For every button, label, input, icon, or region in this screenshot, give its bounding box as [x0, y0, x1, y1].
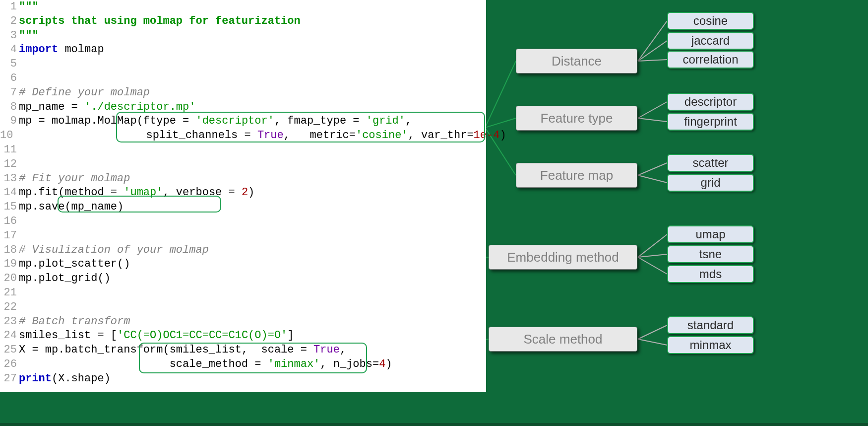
gutter: 25 [0, 343, 19, 357]
docstring: """ [19, 29, 39, 43]
gutter: 20 [0, 272, 19, 285]
gutter: 15 [0, 200, 19, 214]
gutter: 6 [0, 71, 19, 85]
bottom-bar [0, 423, 868, 426]
comment: # Fit your molmap [19, 172, 130, 186]
gutter: 9 [0, 114, 19, 128]
option-jaccard: jaccard [667, 32, 754, 50]
option-standard: standard [667, 316, 754, 334]
option-cosine: cosine [667, 12, 754, 30]
category-feature-type: Feature type [516, 106, 637, 131]
gutter: 23 [0, 315, 19, 329]
option-grid: grid [667, 174, 754, 192]
option-tsne: tsne [667, 245, 754, 263]
gutter: 7 [0, 86, 19, 100]
gutter: 3 [0, 29, 19, 43]
category-embedding-method: Embedding method [489, 245, 637, 270]
option-descriptor: descriptor [667, 93, 754, 111]
option-correlation: correlation [667, 51, 754, 69]
gutter: 1 [0, 0, 19, 14]
gutter: 10 [0, 129, 15, 142]
gutter: 24 [0, 329, 19, 343]
option-umap: umap [667, 225, 754, 243]
gutter: 12 [0, 157, 19, 171]
category-distance: Distance [516, 49, 637, 73]
gutter: 16 [0, 214, 19, 228]
category-scale-method: Scale method [489, 327, 637, 352]
gutter: 8 [0, 100, 19, 114]
gutter: 13 [0, 172, 19, 186]
docstring: scripts that using molmap for featurizat… [19, 14, 301, 28]
gutter: 22 [0, 300, 19, 314]
gutter: 11 [0, 143, 19, 157]
option-mds: mds [667, 265, 754, 283]
gutter: 27 [0, 372, 19, 386]
code-editor: 1""" 2scripts that using molmap for feat… [0, 0, 486, 392]
gutter: 4 [0, 43, 19, 57]
gutter: 2 [0, 14, 19, 28]
builtin-print: print [19, 372, 52, 386]
option-scatter: scatter [667, 154, 754, 172]
docstring: """ [19, 0, 39, 14]
option-minmax: minmax [667, 336, 754, 354]
gutter: 26 [0, 357, 19, 371]
gutter: 14 [0, 186, 19, 200]
keyword-import: import [19, 43, 58, 57]
gutter: 21 [0, 286, 19, 300]
option-fingerprint: fingerprint [667, 113, 754, 131]
comment: # Define your molmap [19, 86, 150, 100]
gutter: 18 [0, 243, 19, 257]
comment: # Batch transform [19, 315, 130, 329]
gutter: 19 [0, 257, 19, 271]
category-feature-map: Feature map [516, 163, 637, 188]
gutter: 5 [0, 57, 19, 71]
comment: # Visulization of your molmap [19, 243, 209, 257]
gutter: 17 [0, 229, 19, 243]
annotation-panel: Distance cosine jaccard correlation Feat… [486, 0, 868, 426]
